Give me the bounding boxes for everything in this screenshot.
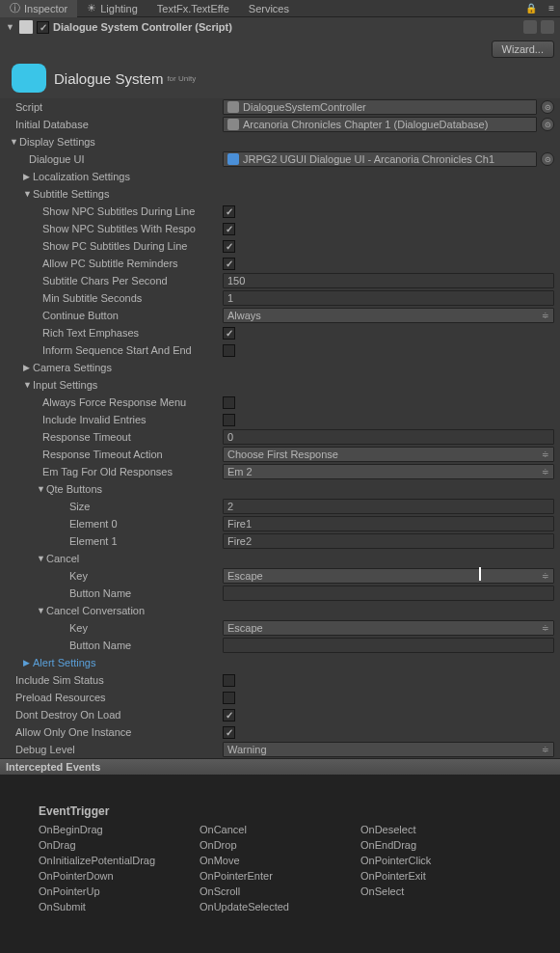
row-localization[interactable]: ▶ Localization Settings bbox=[0, 168, 560, 185]
row-show-npc-respo: Show NPC Subtitles With Respo bbox=[0, 220, 560, 237]
label-alert-settings: Alert Settings bbox=[33, 657, 95, 668]
event-item: OnCancel bbox=[200, 822, 360, 837]
checkbox[interactable] bbox=[223, 692, 235, 704]
help-icon[interactable] bbox=[523, 20, 537, 34]
lock-icon[interactable]: 🔒 bbox=[520, 3, 543, 14]
checkbox[interactable] bbox=[223, 223, 235, 235]
component-header: ▼ Dialogue System Controller (Script) bbox=[0, 17, 560, 37]
tab-inspector[interactable]: ⓘ Inspector bbox=[0, 0, 77, 17]
tab-lighting[interactable]: ☀ Lighting bbox=[77, 0, 147, 16]
checkbox[interactable] bbox=[223, 205, 235, 218]
row-qte-buttons[interactable]: ▼ Qte Buttons bbox=[0, 480, 560, 498]
row-debug-level: Debug Level Warning bbox=[0, 741, 560, 758]
event-item: OnDrag bbox=[39, 837, 200, 853]
min-subtitle-input[interactable]: 1 bbox=[223, 290, 554, 306]
label: Size bbox=[6, 501, 223, 512]
foldout-icon[interactable]: ▼ bbox=[23, 189, 33, 199]
tab-textfx[interactable]: TextFx.TextEffe bbox=[147, 1, 239, 16]
foldout-icon[interactable]: ▼ bbox=[37, 554, 46, 563]
row-rich-text: Rich Text Emphases bbox=[0, 324, 560, 341]
checkbox[interactable] bbox=[223, 344, 235, 357]
logo-icon bbox=[12, 64, 46, 93]
response-timeout-input[interactable]: 0 bbox=[223, 429, 554, 445]
foldout-icon[interactable]: ▼ bbox=[37, 606, 46, 615]
row-show-npc-during: Show NPC Subtitles During Line bbox=[0, 203, 560, 220]
row-camera-settings[interactable]: ▶ Camera Settings bbox=[0, 359, 560, 376]
label: Button Name bbox=[6, 587, 223, 599]
checkbox[interactable] bbox=[223, 240, 235, 253]
event-col-1: OnBeginDragOnDragOnInitializePotentialDr… bbox=[39, 822, 200, 914]
foldout-icon[interactable]: ▼ bbox=[23, 380, 33, 390]
row-inform-seq: Inform Sequence Start And End bbox=[0, 341, 560, 359]
checkbox[interactable] bbox=[223, 726, 235, 739]
logo-row: Dialogue System for Unity bbox=[0, 62, 560, 98]
continue-button-dropdown[interactable]: Always bbox=[223, 308, 554, 323]
events-area: EventTrigger OnBeginDragOnDragOnInitiali… bbox=[0, 776, 560, 953]
foldout-icon[interactable]: ▶ bbox=[23, 363, 33, 372]
dialogue-ui-field[interactable]: JRPG2 UGUI Dialogue UI - Arcanoria Chron… bbox=[223, 151, 537, 167]
enable-checkbox[interactable] bbox=[37, 21, 49, 34]
foldout-icon[interactable]: ▼ bbox=[10, 137, 19, 147]
element-0-input[interactable]: Fire1 bbox=[223, 516, 554, 531]
foldout-icon[interactable]: ▶ bbox=[23, 658, 33, 667]
label: Key bbox=[6, 622, 223, 634]
row-display-settings[interactable]: ▼ Display Settings bbox=[0, 133, 560, 150]
em-tag-dropdown[interactable]: Em 2 bbox=[223, 464, 554, 479]
foldout-icon[interactable]: ▼ bbox=[6, 22, 15, 32]
row-alert-settings[interactable]: ▶ Alert Settings bbox=[0, 654, 560, 671]
row-show-pc-during: Show PC Subtitles During Line bbox=[0, 237, 560, 255]
row-chars-per-sec: Subtitle Chars Per Second 150 bbox=[0, 272, 560, 289]
row-allow-pc-reminders: Allow PC Subtitle Reminders bbox=[0, 255, 560, 272]
response-action-dropdown[interactable]: Choose First Response bbox=[223, 447, 554, 462]
label: Include Sim Status bbox=[6, 674, 223, 686]
label-initial-database: Initial Database bbox=[6, 119, 223, 130]
label: Rich Text Emphases bbox=[6, 327, 223, 339]
label: Button Name bbox=[6, 640, 223, 651]
cancel-conv-key-dropdown[interactable]: Escape bbox=[223, 620, 554, 636]
script-icon bbox=[19, 20, 33, 34]
checkbox[interactable] bbox=[223, 258, 235, 270]
label: Show NPC Subtitles With Respo bbox=[6, 223, 223, 234]
label: Dont Destroy On Load bbox=[6, 709, 223, 721]
row-script: Script DialogueSystemController ⊙ bbox=[0, 98, 560, 116]
label: Key bbox=[6, 570, 223, 582]
script-field[interactable]: DialogueSystemController bbox=[223, 99, 537, 115]
object-picker-icon[interactable]: ⊙ bbox=[541, 100, 554, 114]
cancel-button-input[interactable] bbox=[223, 585, 554, 601]
label: Element 1 bbox=[6, 535, 223, 547]
row-cancel[interactable]: ▼ Cancel bbox=[0, 550, 560, 567]
element-1-input[interactable]: Fire2 bbox=[223, 533, 554, 549]
row-allow-one: Allow Only One Instance bbox=[0, 723, 560, 741]
initial-database-field[interactable]: Arcanoria Chronicles Chapter 1 (Dialogue… bbox=[223, 117, 537, 132]
debug-level-dropdown[interactable]: Warning bbox=[223, 742, 554, 757]
cancel-conv-button-input[interactable] bbox=[223, 638, 554, 653]
object-picker-icon[interactable]: ⊙ bbox=[541, 152, 554, 166]
row-input-settings[interactable]: ▼ Input Settings bbox=[0, 376, 560, 394]
gear-icon[interactable] bbox=[541, 20, 554, 34]
checkbox[interactable] bbox=[223, 396, 235, 409]
row-include-invalid: Include Invalid Entries bbox=[0, 411, 560, 428]
checkbox[interactable] bbox=[223, 709, 235, 722]
cancel-key-dropdown[interactable]: Escape bbox=[223, 568, 554, 584]
event-item: OnEndDrag bbox=[360, 837, 521, 853]
wizard-button[interactable]: Wizard... bbox=[492, 41, 554, 58]
checkbox[interactable] bbox=[223, 327, 235, 340]
foldout-icon[interactable]: ▶ bbox=[23, 172, 33, 181]
checkbox[interactable] bbox=[223, 674, 235, 687]
checkbox[interactable] bbox=[223, 414, 235, 426]
row-continue-button: Continue Button Always bbox=[0, 307, 560, 324]
object-picker-icon[interactable]: ⊙ bbox=[541, 118, 554, 131]
row-subtitle-settings[interactable]: ▼ Subtitle Settings bbox=[0, 185, 560, 203]
event-trigger-title: EventTrigger bbox=[39, 804, 521, 818]
event-item: OnPointerUp bbox=[39, 884, 200, 899]
row-preload: Preload Resources bbox=[0, 689, 560, 706]
row-cancel-conversation[interactable]: ▼ Cancel Conversation bbox=[0, 602, 560, 619]
row-initial-database: Initial Database Arcanoria Chronicles Ch… bbox=[0, 116, 560, 133]
foldout-icon[interactable]: ▼ bbox=[37, 484, 46, 494]
tab-services[interactable]: Services bbox=[239, 1, 299, 16]
event-item: OnSelect bbox=[360, 884, 521, 899]
size-input[interactable]: 2 bbox=[223, 499, 554, 514]
menu-icon[interactable]: ≡ bbox=[543, 3, 560, 14]
row-response-timeout: Response Timeout 0 bbox=[0, 428, 560, 446]
chars-per-sec-input[interactable]: 150 bbox=[223, 273, 554, 288]
